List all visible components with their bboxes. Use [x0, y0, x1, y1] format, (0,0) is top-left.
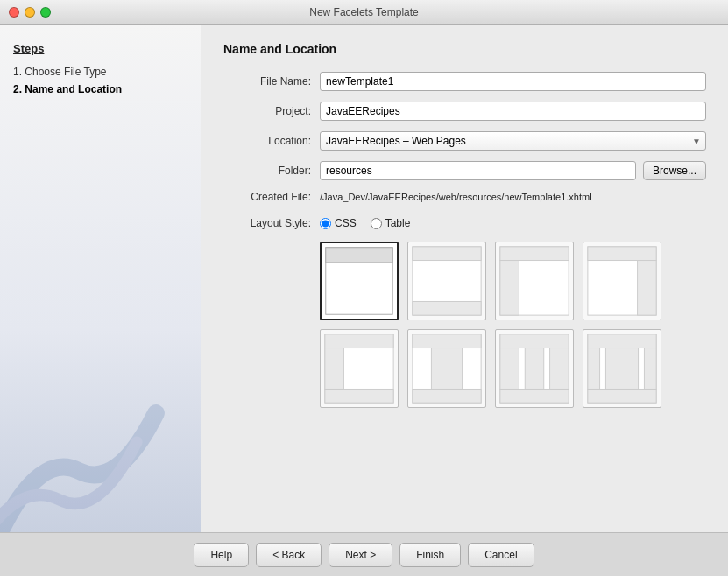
maximize-button[interactable] [40, 7, 51, 18]
svg-rect-18 [431, 348, 462, 390]
section-title: Name and Location [223, 42, 706, 56]
layout-thumb-1[interactable] [407, 242, 486, 320]
project-row: Project: [223, 102, 706, 121]
window-controls [9, 7, 51, 18]
minimize-button[interactable] [25, 7, 35, 18]
layout-thumb-6[interactable] [495, 329, 574, 408]
svg-rect-7 [500, 261, 519, 316]
svg-rect-24 [500, 389, 569, 403]
step-2-number: 2. [13, 83, 22, 95]
step-1-label: Choose File Type [25, 66, 106, 78]
main-content: Steps 1. Choose File Type 2. Name and Lo… [0, 25, 728, 532]
layout-style-row: Layout Style: CSS Table [223, 217, 706, 229]
layout-thumbnails-grid [320, 242, 706, 408]
bottom-bar: Help < Back Next > Finish Cancel [0, 532, 728, 576]
svg-rect-4 [413, 301, 481, 315]
svg-rect-12 [325, 334, 393, 348]
cancel-button[interactable]: Cancel [468, 543, 534, 567]
step-2-label: Name and Location [25, 83, 122, 95]
location-select[interactable]: JavaEERecipes – Web Pages [320, 131, 706, 151]
finish-button[interactable]: Finish [399, 543, 461, 567]
folder-label: Folder: [223, 165, 320, 177]
svg-rect-3 [413, 247, 481, 261]
layout-table-option[interactable]: Table [371, 217, 411, 229]
steps-title: Steps [13, 42, 187, 55]
folder-row: Folder: Browse... [223, 161, 706, 180]
svg-rect-27 [588, 348, 600, 390]
titlebar: New Facelets Template [0, 0, 728, 25]
layout-thumb-0[interactable] [320, 242, 399, 320]
layout-thumb-5[interactable] [407, 329, 486, 408]
svg-rect-10 [638, 261, 657, 316]
layout-table-radio[interactable] [371, 218, 382, 229]
layout-css-radio[interactable] [320, 218, 331, 229]
svg-rect-30 [588, 389, 656, 403]
right-panel: Name and Location File Name: Project: Lo… [201, 25, 728, 532]
layout-thumb-7[interactable] [583, 329, 661, 408]
location-select-wrapper: JavaEERecipes – Web Pages ▼ [320, 131, 706, 151]
layout-style-radio-group: CSS Table [320, 217, 410, 229]
window-title: New Facelets Template [309, 6, 419, 18]
folder-input[interactable] [320, 161, 636, 180]
file-name-input[interactable] [320, 72, 706, 91]
svg-rect-22 [525, 348, 544, 390]
svg-rect-17 [413, 389, 481, 403]
location-row: Location: JavaEERecipes – Web Pages ▼ [223, 131, 706, 151]
sidebar-step-2: 2. Name and Location [13, 83, 187, 95]
sidebar-step-1: 1. Choose File Type [13, 66, 187, 78]
svg-rect-9 [588, 247, 656, 261]
created-file-value: /Java_Dev/JavaEERecipes/web/resources/ne… [320, 192, 592, 202]
close-button[interactable] [9, 7, 19, 18]
back-button[interactable]: < Back [256, 543, 322, 567]
project-label: Project: [223, 105, 320, 117]
svg-rect-21 [500, 348, 519, 390]
layout-css-label: CSS [335, 217, 357, 229]
next-button[interactable]: Next > [329, 543, 392, 567]
svg-rect-29 [644, 348, 656, 390]
svg-rect-14 [325, 389, 393, 403]
svg-rect-20 [500, 334, 569, 348]
file-name-label: File Name: [223, 75, 320, 88]
svg-rect-1 [326, 248, 392, 263]
svg-rect-6 [500, 247, 569, 261]
sidebar-watermark [0, 392, 175, 532]
layout-style-label: Layout Style: [223, 217, 320, 229]
step-1-number: 1. [13, 66, 22, 78]
svg-rect-13 [325, 348, 344, 390]
created-file-label: Created File: [223, 191, 320, 203]
help-button[interactable]: Help [194, 543, 249, 567]
svg-rect-23 [550, 348, 569, 390]
sidebar: Steps 1. Choose File Type 2. Name and Lo… [0, 25, 201, 532]
layout-thumb-4[interactable] [320, 329, 399, 408]
file-name-row: File Name: [223, 72, 706, 91]
created-file-row: Created File: /Java_Dev/JavaEERecipes/we… [223, 191, 706, 203]
layout-thumb-2[interactable] [495, 242, 574, 320]
svg-rect-26 [588, 334, 656, 348]
browse-button[interactable]: Browse... [643, 161, 706, 180]
location-label: Location: [223, 135, 320, 147]
svg-rect-28 [605, 348, 638, 390]
layout-table-label: Table [385, 217, 411, 229]
layout-thumb-3[interactable] [583, 242, 661, 320]
layout-css-option[interactable]: CSS [320, 217, 357, 229]
project-input[interactable] [320, 102, 706, 121]
svg-rect-16 [413, 334, 481, 348]
